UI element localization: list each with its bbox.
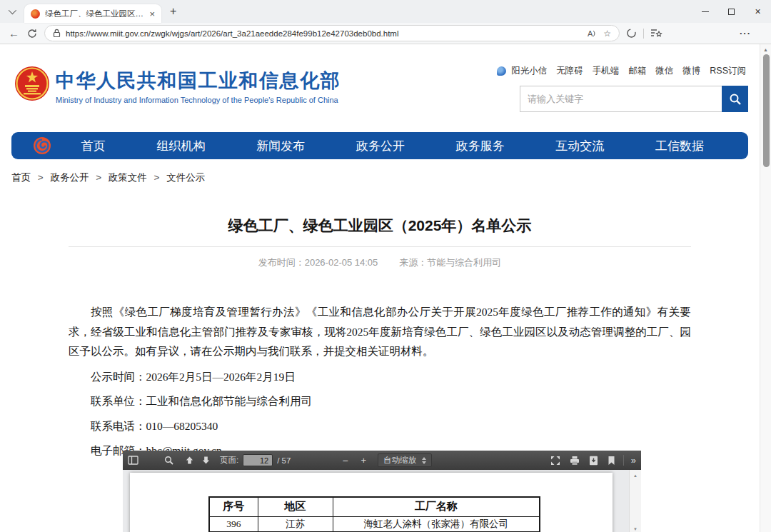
quick-link-accessibility[interactable]: 无障碍 xyxy=(556,65,583,77)
bookmark-icon[interactable] xyxy=(608,456,615,466)
presentation-mode-icon[interactable] xyxy=(550,456,560,466)
quick-link-sunshine[interactable]: 阳光小信 xyxy=(511,65,547,77)
nav-item-organization[interactable]: 组织机构 xyxy=(157,138,206,154)
article: 绿色工厂、绿色工业园区（2025年）名单公示 发布时间：2026-02-05 1… xyxy=(69,216,691,460)
pdf-document-area: 序号 地区 工厂名称 396 江苏 海虹老人涂料（张家港）有限公司 ▲ xyxy=(123,470,641,532)
factory-list-table: 序号 地区 工厂名称 396 江苏 海虹老人涂料（张家港）有限公司 xyxy=(208,496,540,532)
pdf-toolbar: 页面: / 57 − + 自动缩放 xyxy=(123,451,641,470)
nav-item-gov-disclosure[interactable]: 政务公开 xyxy=(356,138,405,154)
url-text: https://www.miit.gov.cn/zwgk/wjgs/art/20… xyxy=(66,29,588,38)
miit-logo-icon xyxy=(33,136,51,155)
nav-item-news[interactable]: 新闻发布 xyxy=(256,138,305,154)
search-icon xyxy=(729,93,742,106)
print-icon[interactable] xyxy=(570,456,580,466)
ministry-name-cn: 中华人民共和国工业和信息化部 xyxy=(56,68,341,94)
nav-items: 首页 组织机构 新闻发布 政务公开 政务服务 互动交流 工信数据 xyxy=(56,138,730,154)
nav-item-data[interactable]: 工信数据 xyxy=(655,138,704,154)
quick-link-mail[interactable]: 邮箱 xyxy=(628,65,646,77)
breadcrumb-gov-disclosure[interactable]: 政务公开 xyxy=(50,172,89,183)
refresh-icon xyxy=(27,29,37,39)
contact-phone-line: 联系电话：010—68205340 xyxy=(69,418,691,435)
nav-item-interaction[interactable]: 互动交流 xyxy=(555,138,604,154)
header-factory-name: 工厂名称 xyxy=(333,497,540,516)
minimize-icon xyxy=(702,11,709,12)
page-number-label: 页面: xyxy=(220,455,238,466)
publicity-period-line: 公示时间：2026年2月5日—2026年2月19日 xyxy=(69,368,691,386)
page-down-icon[interactable] xyxy=(201,456,211,465)
breadcrumb-home[interactable]: 首页 xyxy=(11,172,31,183)
zoom-mode-value: 自动缩放 xyxy=(383,455,416,466)
zoom-in-button[interactable]: + xyxy=(361,455,367,466)
table-row: 396 江苏 海虹老人涂料（张家港）有限公司 xyxy=(209,516,540,531)
header-region: 地区 xyxy=(258,497,333,516)
source: 来源：节能与综合利用司 xyxy=(399,256,501,269)
article-paragraph: 按照《绿色工厂梯度培育及管理暂行办法》《工业和信息化部办公厅关于开展2025年度… xyxy=(69,302,691,361)
ministry-title-block: 中华人民共和国工业和信息化部 Ministry of Industry and … xyxy=(56,68,341,104)
miit-favicon-icon xyxy=(31,9,40,19)
more-tools-icon[interactable]: » xyxy=(631,455,636,466)
scrollbar-thumb[interactable] xyxy=(763,54,770,167)
browser-toolbar: ← https://www.miit.gov.cn/zwgk/wjgs/art/… xyxy=(0,23,771,44)
site-search xyxy=(520,86,748,112)
window-close-button[interactable]: × xyxy=(745,0,771,23)
breadcrumb-separator: > xyxy=(154,172,160,183)
scroll-up-icon[interactable]: ▲ xyxy=(760,44,771,52)
quick-links: 阳光小信 无障碍 手机端 邮箱 微信 微博 RSS订阅 xyxy=(497,65,746,77)
title-divider xyxy=(69,246,691,247)
url-bar[interactable]: https://www.miit.gov.cn/zwgk/wjgs/art/20… xyxy=(44,25,620,41)
browser-tab[interactable]: 绿色工厂、绿色工业园区（2025年）名单公示 × xyxy=(24,4,161,23)
publish-time: 发布时间：2026-02-05 14:05 xyxy=(258,256,378,269)
contact-unit-line: 联系单位：工业和信息化部节能与综合利用司 xyxy=(69,393,691,410)
pdf-scroll-up-icon[interactable]: ▲ xyxy=(630,470,641,478)
ministry-name-en: Ministry of Industry and Information Tec… xyxy=(56,96,341,104)
browser-essentials-icon[interactable] xyxy=(626,28,637,39)
nav-item-home[interactable]: 首页 xyxy=(81,138,106,154)
pdf-scrollbar[interactable]: ▲ ▼ xyxy=(629,470,641,532)
breadcrumb-separator: > xyxy=(38,172,44,183)
zoom-out-button[interactable]: − xyxy=(342,455,348,466)
article-meta: 发布时间：2026-02-05 14:05 来源：节能与综合利用司 xyxy=(69,256,691,269)
sidebar-toggle-icon[interactable] xyxy=(128,456,138,465)
pdf-toolbar-right: » xyxy=(541,455,636,466)
search-button[interactable] xyxy=(722,86,748,112)
maximize-icon xyxy=(728,9,735,15)
breadcrumb-policy-docs[interactable]: 政策文件 xyxy=(109,172,147,183)
page-up-icon[interactable] xyxy=(185,456,194,465)
main-nav: 首页 组织机构 新闻发布 政务公开 政务服务 互动交流 工信数据 xyxy=(11,132,748,159)
quick-link-wechat[interactable]: 微信 xyxy=(655,65,673,77)
back-button[interactable]: ← xyxy=(9,27,19,39)
table-header-row: 序号 地区 工厂名称 xyxy=(209,497,540,516)
refresh-button[interactable] xyxy=(27,29,37,39)
breadcrumb-doc-publicity[interactable]: 文件公示 xyxy=(166,172,205,183)
pdf-find-icon[interactable] xyxy=(164,456,173,465)
browser-menu-icon[interactable]: ··· xyxy=(740,28,751,39)
search-input[interactable] xyxy=(520,86,722,112)
favorites-hub-icon[interactable] xyxy=(650,28,662,39)
browser-tab-strip: 绿色工厂、绿色工业园区（2025年）名单公示 × + × xyxy=(0,0,771,23)
page-scrollbar[interactable]: ▲ xyxy=(760,44,771,532)
window-controls: × xyxy=(692,0,771,23)
nav-item-gov-services[interactable]: 政务服务 xyxy=(456,138,505,154)
pdf-page: 序号 地区 工厂名称 396 江苏 海虹老人涂料（张家港）有限公司 xyxy=(130,473,613,532)
quick-link-weibo[interactable]: 微博 xyxy=(682,65,700,77)
favorite-star-icon[interactable]: ☆ xyxy=(603,29,611,39)
page-number-input[interactable] xyxy=(243,454,273,466)
new-tab-button[interactable]: + xyxy=(170,6,176,17)
page-content: 中华人民共和国工业和信息化部 Ministry of Industry and … xyxy=(0,44,760,532)
tab-close-icon[interactable]: × xyxy=(147,9,157,19)
window-minimize-button[interactable] xyxy=(692,0,718,23)
quick-link-mobile[interactable]: 手机端 xyxy=(593,65,620,77)
read-aloud-icon[interactable]: A xyxy=(588,29,596,38)
tab-title: 绿色工厂、绿色工业园区（2025年）名单公示 xyxy=(45,9,147,19)
mascot-icon xyxy=(497,66,506,76)
page-total: / 57 xyxy=(277,456,291,465)
quick-link-rss[interactable]: RSS订阅 xyxy=(710,65,746,77)
toolbar-separator xyxy=(643,29,644,39)
download-icon[interactable] xyxy=(589,456,598,466)
window-maximize-button[interactable] xyxy=(718,0,745,23)
cell-factory-name: 海虹老人涂料（张家港）有限公司 xyxy=(333,516,540,531)
tab-list-chevron-icon[interactable] xyxy=(9,6,16,14)
pdf-scroll-down-icon[interactable]: ▼ xyxy=(630,527,641,531)
zoom-mode-dropdown[interactable]: 自动缩放 xyxy=(378,453,432,467)
header-serial: 序号 xyxy=(209,497,258,516)
